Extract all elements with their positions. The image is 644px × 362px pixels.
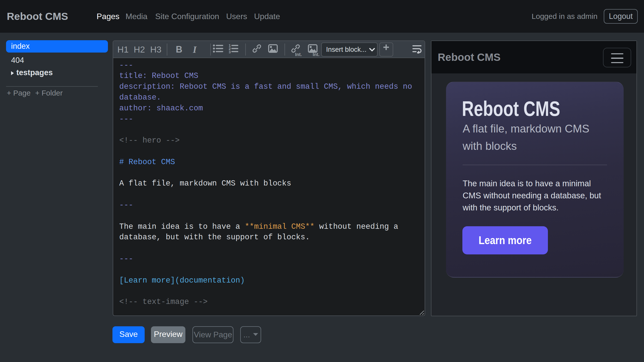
svg-text:3: 3 bbox=[229, 50, 231, 54]
